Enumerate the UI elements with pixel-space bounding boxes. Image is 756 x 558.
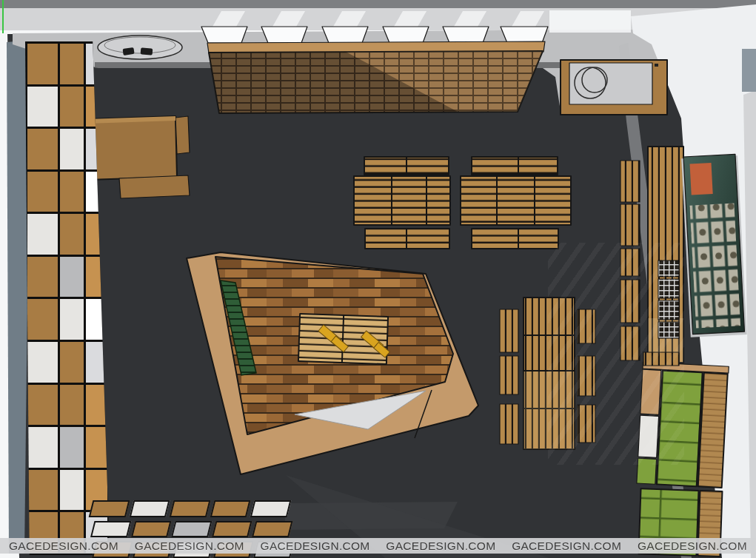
shelf-row: [89, 500, 292, 517]
bench-seam: [406, 229, 407, 249]
shelf-cell: [60, 257, 84, 298]
shelf-cell: [252, 521, 292, 538]
table-seam: [426, 176, 427, 225]
desk-return-right: [175, 116, 190, 154]
watermark-text: GACEDESIGN.COM: [9, 539, 118, 553]
shelf-cell: [27, 470, 58, 511]
shelf-cell: [27, 87, 58, 127]
skylight-3: [322, 27, 368, 43]
shelf-row: [27, 214, 107, 255]
bench-left: [500, 309, 518, 352]
skylight-1: [201, 27, 247, 43]
render-stage: GACEDESIGN.COM GACEDESIGN.COM GACEDESIGN…: [0, 0, 756, 558]
table-group-a: [354, 157, 450, 249]
poster-photo-grid: [689, 204, 740, 329]
shelf-cell: [60, 342, 84, 383]
shelf-cell: [60, 470, 84, 511]
slat-feature-panel: [207, 41, 545, 113]
shelf-cell: [60, 427, 84, 468]
watermark-text: GACEDESIGN.COM: [261, 539, 370, 553]
shelf-cell: [27, 385, 58, 426]
shelf-row: [27, 427, 107, 468]
shelf-row: [90, 521, 293, 538]
watermark-text: GACEDESIGN.COM: [386, 539, 495, 553]
shelf-cell: [129, 500, 170, 517]
wall-poster: [681, 154, 747, 337]
shelf-cell: [27, 427, 58, 468]
wall-highlight: [549, 10, 631, 33]
watermark-text: GACEDESIGN.COM: [135, 539, 244, 553]
shelf-cell: [60, 214, 84, 255]
shelf-cell: [27, 129, 58, 169]
shelf-cell: [60, 172, 84, 212]
shelf-row: [27, 257, 107, 298]
shelf-row: [27, 129, 107, 169]
bench-bottom: [472, 229, 558, 249]
bench-left: [500, 404, 518, 444]
appliance-box: [561, 60, 667, 115]
table: [461, 176, 571, 225]
shelf-cell: [212, 521, 252, 538]
skylight-6: [501, 27, 548, 43]
shelf-cell: [60, 299, 84, 340]
shelf-cell: [171, 521, 212, 538]
ceiling-oval: [98, 36, 182, 59]
table-seam: [391, 176, 392, 225]
shelf-cell: [90, 521, 131, 538]
table-seam: [496, 176, 498, 225]
shelf-row: [27, 299, 107, 340]
shelf-cell: [86, 427, 107, 468]
shelf-cell: [60, 129, 84, 169]
desk-top: [87, 116, 177, 180]
bench-top: [472, 157, 558, 175]
shelf-cell: [27, 214, 58, 255]
table-seam: [534, 176, 535, 225]
shelf-row: [27, 172, 107, 212]
bench-seam: [518, 157, 519, 175]
axis-line: [2, 0, 4, 33]
shelf-cell: [86, 385, 107, 426]
watermark-text: GACEDESIGN.COM: [638, 539, 747, 553]
bench-seam: [406, 157, 407, 175]
shelf-row: [27, 342, 107, 383]
appliance-knob-icon: [655, 64, 658, 67]
locker-wood-side: [698, 373, 728, 488]
shelf-row: [27, 385, 107, 426]
wall-bench: [620, 161, 640, 202]
shelf-cell: [27, 299, 58, 340]
table: [354, 176, 450, 225]
bench-seam: [518, 229, 519, 249]
right-wall-accent: [742, 49, 756, 92]
shelf-cell: [60, 44, 84, 84]
shelf-cell: [130, 521, 171, 538]
desk-return-bottom: [119, 175, 190, 198]
poster-orange-label: [690, 163, 713, 195]
shelf-cell: [27, 342, 58, 383]
stool-icon: [141, 47, 153, 55]
watermark-text: GACEDESIGN.COM: [512, 539, 621, 553]
platform-table-set: [298, 314, 391, 364]
shelf-cell: [27, 257, 58, 298]
shelf-cell: [89, 500, 130, 517]
bench-left: [500, 356, 518, 394]
floor-streaks: [548, 243, 684, 465]
shelf-cell: [27, 44, 58, 84]
watermark-bar: GACEDESIGN.COM GACEDESIGN.COM GACEDESIGN…: [0, 538, 756, 554]
shelf-cell: [60, 385, 84, 426]
table-group-b: [461, 157, 571, 249]
skylight-5: [443, 27, 489, 43]
top-wall-strip: [0, 0, 756, 8]
shelf-cell: [250, 500, 291, 517]
shelf-cell: [210, 500, 251, 517]
shelf-cell: [170, 500, 210, 517]
ceiling-oval-feature: [98, 36, 182, 59]
wall-bench: [620, 204, 640, 246]
skylight-4: [383, 27, 429, 43]
shelf-cell: [27, 172, 58, 212]
shelf-cell: [60, 87, 84, 127]
skylight-2: [261, 27, 307, 43]
